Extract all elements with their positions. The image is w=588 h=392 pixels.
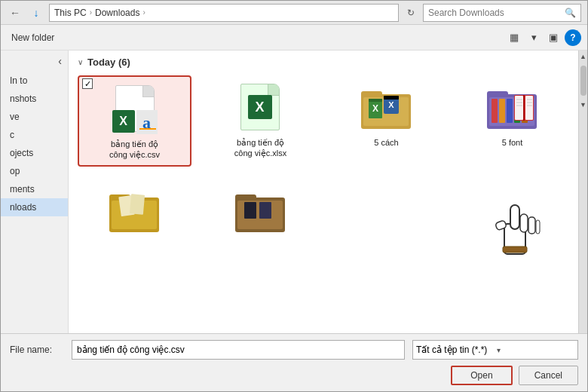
breadcrumb-this-pc: This PC bbox=[54, 8, 87, 18]
buttons-row: Open Cancel bbox=[10, 366, 578, 385]
sidebar-item-nloads[interactable]: nloads bbox=[1, 198, 68, 216]
filename-label: File name: bbox=[10, 345, 64, 355]
a-badge-csv: a bbox=[136, 110, 158, 134]
file-item-empty2 bbox=[455, 179, 569, 245]
xlsx-file-label: bảng tiến độcông việc.xlsx bbox=[234, 137, 286, 159]
xlsx-file-icon: X bbox=[234, 80, 288, 134]
folder-yellow-icon bbox=[108, 183, 162, 237]
sidebar: ‹ In to nshots ve c ojects op ments nloa… bbox=[1, 51, 69, 333]
section-arrow: ∨ bbox=[78, 58, 83, 66]
new-folder-button[interactable]: New folder bbox=[7, 30, 59, 45]
excel-badge-csv: X bbox=[112, 110, 135, 133]
cancel-button[interactable]: Cancel bbox=[519, 366, 578, 385]
back-button[interactable]: ← bbox=[7, 5, 23, 21]
file-item-folder-yellow[interactable] bbox=[78, 179, 191, 245]
file-checkbox[interactable]: ✓ bbox=[82, 78, 93, 89]
breadcrumb-downloads: Downloads bbox=[95, 8, 139, 18]
file-item-5font[interactable]: 5 font bbox=[455, 75, 569, 167]
sidebar-item-c[interactable]: c bbox=[1, 126, 68, 144]
sidebar-item-op[interactable]: op bbox=[1, 162, 68, 180]
excel-badge-xlsx: X bbox=[248, 95, 272, 119]
files-grid-row2 bbox=[78, 179, 569, 245]
scroll-down-button[interactable]: ▼ bbox=[577, 99, 587, 111]
csv-file-label: bảng tiến độcông việc.csv bbox=[109, 139, 160, 161]
search-box[interactable]: 🔍 bbox=[423, 4, 581, 22]
file-item-csv[interactable]: ✓ X a bảng tiến độcông việc.csv bbox=[78, 75, 191, 167]
files-grid-row1: ✓ X a bảng tiến độcông việc.csv bbox=[78, 75, 569, 167]
file-item-5cach[interactable]: X X 5 cách bbox=[329, 75, 443, 167]
folder-5cach-label: 5 cách bbox=[374, 137, 398, 148]
svg-rect-12 bbox=[492, 99, 498, 123]
svg-rect-7 bbox=[384, 96, 399, 100]
filename-input[interactable] bbox=[72, 340, 405, 360]
view-dropdown-button[interactable]: ▾ bbox=[525, 29, 542, 46]
toolbar: New folder ▦ ▾ ▣ ? bbox=[1, 25, 587, 51]
section-title: Today (6) bbox=[87, 57, 130, 68]
sidebar-item-nshots[interactable]: nshots bbox=[1, 90, 68, 108]
folder-5cach-icon: X X bbox=[360, 80, 414, 134]
file-item-xlsx[interactable]: X bảng tiến độcông việc.xlsx bbox=[204, 75, 317, 167]
section-header: ∨ Today (6) bbox=[78, 57, 569, 68]
toolbar-right: ▦ ▾ ▣ ? bbox=[506, 29, 581, 46]
view-toggle-button[interactable]: ▦ bbox=[506, 29, 522, 46]
search-icon: 🔍 bbox=[565, 8, 576, 18]
scroll-up-button[interactable]: ▲ bbox=[577, 51, 587, 63]
sidebar-item-into[interactable]: In to bbox=[1, 72, 68, 90]
refresh-button[interactable]: ↻ bbox=[403, 5, 418, 20]
open-file-dialog: ← ↓ This PC › Downloads › ↻ 🔍 New folder… bbox=[0, 0, 588, 392]
svg-rect-36 bbox=[259, 202, 271, 219]
pane-button[interactable]: ▣ bbox=[545, 29, 562, 46]
new-folder-label: New folder bbox=[11, 32, 54, 43]
svg-text:X: X bbox=[388, 100, 394, 109]
breadcrumb[interactable]: This PC › Downloads › bbox=[49, 4, 399, 22]
titlebar: ← ↓ This PC › Downloads › ↻ 🔍 bbox=[1, 1, 587, 25]
svg-rect-4 bbox=[369, 99, 382, 102]
open-button[interactable]: Open bbox=[451, 366, 512, 385]
folder-dark-icon bbox=[234, 183, 288, 237]
sidebar-collapse-button[interactable]: ‹ bbox=[55, 52, 65, 70]
sidebar-item-ojects[interactable]: ojects bbox=[1, 144, 68, 162]
file-area: ∨ Today (6) ✓ X a bbox=[69, 51, 578, 333]
filename-row: File name: Tất cả tệp tin (*.*) ▾ bbox=[10, 340, 578, 360]
svg-rect-13 bbox=[499, 99, 505, 123]
filetype-value: Tất cả tệp tin (*.*) bbox=[416, 345, 494, 355]
folder-5font-label: 5 font bbox=[502, 137, 523, 148]
svg-text:X: X bbox=[372, 103, 378, 114]
breadcrumb-sep2: › bbox=[142, 8, 145, 17]
search-input[interactable] bbox=[428, 8, 562, 18]
help-button[interactable]: ? bbox=[565, 29, 581, 46]
scroll-thumb[interactable] bbox=[580, 66, 586, 96]
filetype-dropdown-arrow: ▾ bbox=[497, 346, 574, 354]
file-area-wrap: ∨ Today (6) ✓ X a bbox=[69, 51, 587, 333]
main-content: ‹ In to nshots ve c ojects op ments nloa… bbox=[1, 51, 587, 333]
sidebar-item-ve[interactable]: ve bbox=[1, 108, 68, 126]
bottom-bar: File name: Tất cả tệp tin (*.*) ▾ Open C… bbox=[1, 333, 587, 391]
folder-5font-icon bbox=[485, 80, 540, 134]
svg-rect-35 bbox=[244, 202, 256, 219]
forward-button[interactable]: ↓ bbox=[28, 5, 44, 21]
sidebar-item-ments[interactable]: ments bbox=[1, 180, 68, 198]
file-item-empty1 bbox=[329, 179, 443, 245]
svg-rect-14 bbox=[507, 99, 513, 123]
svg-rect-31 bbox=[129, 194, 144, 214]
filetype-dropdown[interactable]: Tất cả tệp tin (*.*) ▾ bbox=[412, 340, 578, 360]
csv-file-icon: X a bbox=[108, 81, 162, 136]
file-item-folder-dark[interactable] bbox=[204, 179, 317, 245]
breadcrumb-sep1: › bbox=[90, 8, 92, 17]
scrollbar[interactable]: ▲ ▼ bbox=[578, 51, 587, 333]
